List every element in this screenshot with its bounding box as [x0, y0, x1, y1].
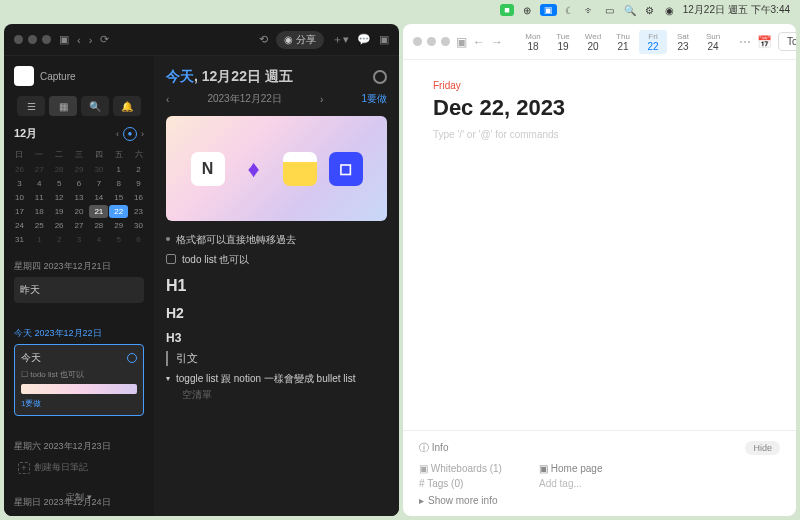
more-icon[interactable]: ⋯ [739, 35, 751, 49]
tab-list-icon[interactable]: ☰ [17, 96, 45, 116]
editor-placeholder[interactable]: Type '/' or '@' for commands [433, 129, 766, 140]
maximize-dot[interactable] [441, 37, 450, 46]
calendar-day[interactable]: 5 [109, 233, 128, 246]
hide-button[interactable]: Hide [745, 441, 780, 455]
calendar-day[interactable]: 7 [89, 177, 108, 190]
toggle-arrow-icon[interactable]: ▾ [166, 374, 170, 383]
calendar-day[interactable]: 13 [70, 191, 89, 204]
close-dot[interactable] [14, 35, 23, 44]
yesterday-card[interactable]: 昨天 [14, 277, 144, 303]
tab-calendar-icon[interactable]: ▦ [49, 96, 77, 116]
heading-1[interactable]: H1 [166, 277, 387, 295]
maximize-dot[interactable] [42, 35, 51, 44]
status-ring-icon[interactable] [373, 70, 387, 84]
heading-2[interactable]: H2 [166, 305, 387, 321]
calendar-day[interactable]: 21 [89, 205, 108, 218]
weekday-fri[interactable]: Fri22 [639, 30, 667, 54]
quote-block[interactable]: 引文 [166, 351, 387, 366]
heading-3[interactable]: H3 [166, 331, 387, 345]
month-next-icon[interactable]: › [141, 129, 144, 139]
weekday-sun[interactable]: Sun24 [699, 30, 727, 54]
calendar-day[interactable]: 16 [129, 191, 148, 204]
calendar-day[interactable]: 29 [109, 219, 128, 232]
sidebar-icon[interactable]: ▣ [456, 35, 467, 49]
calendar-day[interactable]: 1 [109, 163, 128, 176]
weekday-wed[interactable]: Wed20 [579, 30, 607, 54]
today-button[interactable]: Today [778, 32, 796, 51]
bullet-item[interactable]: 格式都可以直接地轉移過去 [166, 233, 387, 247]
calendar-day[interactable]: 10 [10, 191, 29, 204]
whiteboards-value[interactable]: ▣ Home page [539, 463, 602, 474]
add-icon[interactable]: ＋▾ [332, 32, 349, 47]
calendar-day[interactable]: 30 [129, 219, 148, 232]
weekday-mon[interactable]: Mon18 [519, 30, 547, 54]
show-more-button[interactable]: ▸ Show more info [419, 495, 780, 506]
calendar-day[interactable]: 22 [109, 205, 128, 218]
toggle-item[interactable]: ▾toggle list 跟 notion 一樣會變成 bullet list [166, 372, 387, 386]
back-icon[interactable]: ‹ [77, 34, 81, 46]
month-today-icon[interactable]: ● [123, 127, 137, 141]
calendar-day[interactable]: 1 [30, 233, 49, 246]
menubar-datetime[interactable]: 12月22日 週五 下午3:44 [683, 3, 790, 17]
customize-button[interactable]: 定制 ▾ [10, 485, 148, 510]
calendar-day[interactable]: 30 [89, 163, 108, 176]
panel-icon[interactable]: ▣ [379, 33, 389, 46]
calendar-day[interactable]: 2 [50, 233, 69, 246]
calendar-day[interactable]: 3 [10, 177, 29, 190]
calendar-day[interactable]: 26 [10, 163, 29, 176]
calendar-day[interactable]: 5 [50, 177, 69, 190]
stage-icon[interactable]: ▣ [540, 4, 557, 16]
search-icon[interactable]: ⊕ [520, 3, 534, 17]
tab-notification-icon[interactable]: 🔔 [113, 96, 141, 116]
refresh-icon[interactable]: ⟳ [100, 33, 109, 46]
calendar-day[interactable]: 14 [89, 191, 108, 204]
calendar-day[interactable]: 20 [70, 205, 89, 218]
wifi-icon[interactable]: ᯤ [583, 3, 597, 17]
calendar-day[interactable]: 4 [30, 177, 49, 190]
tab-search-icon[interactable]: 🔍 [81, 96, 109, 116]
calendar-day[interactable]: 19 [50, 205, 69, 218]
calendar-day[interactable]: 27 [70, 219, 89, 232]
nav-prev-icon[interactable]: ‹ [166, 94, 169, 105]
calendar-day[interactable]: 15 [109, 191, 128, 204]
minimize-dot[interactable] [427, 37, 436, 46]
user-icon[interactable]: ◉ [663, 3, 677, 17]
calendar-day[interactable]: 3 [70, 233, 89, 246]
month-prev-icon[interactable]: ‹ [116, 129, 119, 139]
search-spotlight-icon[interactable]: 🔍 [623, 3, 637, 17]
facetime-icon[interactable]: ■ [500, 4, 513, 16]
nav-next-icon[interactable]: › [320, 94, 323, 105]
minimize-dot[interactable] [28, 35, 37, 44]
sync-icon[interactable]: ⟲ [259, 33, 268, 46]
control-center-icon[interactable]: ⚙ [643, 3, 657, 17]
close-dot[interactable] [413, 37, 422, 46]
weekday-thu[interactable]: Thu21 [609, 30, 637, 54]
calendar-day[interactable]: 28 [50, 163, 69, 176]
calendar-day[interactable]: 17 [10, 205, 29, 218]
todo-item[interactable]: todo list 也可以 [166, 253, 387, 267]
chat-icon[interactable]: 💬 [357, 33, 371, 46]
toggle-child[interactable]: 空清單 [182, 388, 387, 402]
moon-icon[interactable]: ☾ [563, 3, 577, 17]
today-card[interactable]: 今天 ☐ todo list 也可以 1要做 [14, 344, 144, 416]
tags-value[interactable]: Add tag... [539, 478, 582, 489]
calendar-day[interactable]: 18 [30, 205, 49, 218]
calendar-day[interactable]: 27 [30, 163, 49, 176]
weekday-tue[interactable]: Tue19 [549, 30, 577, 54]
calendar-day[interactable]: 31 [10, 233, 29, 246]
forward-icon[interactable]: → [491, 35, 503, 49]
calendar-day[interactable]: 11 [30, 191, 49, 204]
calendar-day[interactable]: 9 [129, 177, 148, 190]
calendar-day[interactable]: 6 [70, 177, 89, 190]
capture-header[interactable]: Capture [10, 62, 148, 90]
checkbox-icon[interactable] [166, 254, 176, 264]
calendar-day[interactable]: 26 [50, 219, 69, 232]
calendar-day[interactable]: 23 [129, 205, 148, 218]
calendar-day[interactable]: 24 [10, 219, 29, 232]
calendar-day[interactable]: 25 [30, 219, 49, 232]
todo-count[interactable]: 1要做 [361, 92, 387, 106]
calendar-day[interactable]: 6 [129, 233, 148, 246]
calendar-day[interactable]: 4 [89, 233, 108, 246]
calendar-icon[interactable]: 📅 [757, 35, 772, 49]
calendar-day[interactable]: 29 [70, 163, 89, 176]
